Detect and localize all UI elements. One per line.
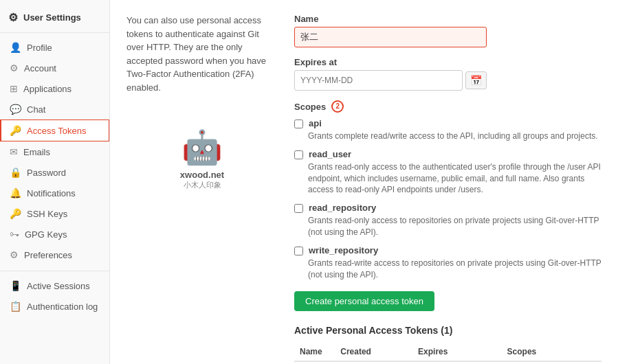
sidebar-item-label: Preferences xyxy=(24,250,72,260)
watermark-brand: xwood.net xyxy=(126,170,278,180)
sidebar-item-label: SSH Keys xyxy=(27,209,67,219)
scope-read-repo-name: read_repository xyxy=(309,203,376,213)
token-scopes-cell: api xyxy=(502,361,545,364)
scope-write-repo-desc: Grants read-write access to repositories… xyxy=(294,258,602,281)
left-description-area: You can also use personal access tokens … xyxy=(126,14,278,364)
active-tokens-section: Active Personal Access Tokens (1) Name C… xyxy=(294,325,602,364)
col-created: Created xyxy=(335,343,412,361)
sidebar-item-gpg-keys[interactable]: 🗝 GPG Keys xyxy=(0,224,109,244)
scope-write-repo-checkbox[interactable] xyxy=(294,247,303,255)
sidebar-item-password[interactable]: 🔒 Password xyxy=(0,162,109,183)
auth-log-icon: 📋 xyxy=(10,301,21,312)
robot-icon: 🤖 xyxy=(126,128,278,167)
sidebar-item-label: Profile xyxy=(27,43,52,53)
preferences-icon: ⚙ xyxy=(10,249,19,260)
scope-item-write-repository: write_repository Grants read-write acces… xyxy=(294,245,602,281)
sidebar-item-active-sessions[interactable]: 📱 Active Sessions xyxy=(0,275,109,296)
expires-label: Expires at xyxy=(294,57,602,67)
sidebar-item-chat[interactable]: 💬 Chat xyxy=(0,99,109,120)
main-content: You can also use personal access tokens … xyxy=(110,0,618,364)
sidebar-item-label: Access Tokens xyxy=(27,126,86,136)
sidebar-item-label: Notifications xyxy=(27,188,76,198)
scopes-section: Scopes 2 api Grants complete read/write … xyxy=(294,100,602,280)
sidebar-item-label: Chat xyxy=(27,104,45,115)
calendar-icon: 📅 xyxy=(465,71,487,89)
col-scopes: Scopes xyxy=(502,343,545,361)
chat-icon: 💬 xyxy=(10,104,21,115)
token-expires-cell: ████ ████████ xyxy=(412,361,502,364)
token-name-group: Name xyxy=(294,14,602,47)
notifications-icon: 🔔 xyxy=(10,187,21,198)
create-token-button[interactable]: Create personal access token xyxy=(294,291,434,311)
sidebar-item-ssh-keys[interactable]: 🔑 SSH Keys xyxy=(0,203,109,224)
token-name-label: Name xyxy=(294,14,602,24)
account-icon: ⚙ xyxy=(10,62,19,73)
scope-item-read-repository: read_repository Grants read-only access … xyxy=(294,203,602,238)
scope-read-user-name: read_user xyxy=(309,149,351,159)
scope-api-desc: Grants complete read/write access to the… xyxy=(294,130,602,142)
sidebar-item-account[interactable]: ⚙ Account xyxy=(0,58,109,78)
scopes-annotation: 2 xyxy=(331,100,344,113)
sidebar-item-label: Active Sessions xyxy=(27,281,90,291)
gpg-icon: 🗝 xyxy=(10,229,19,240)
scope-read-user-checkbox[interactable] xyxy=(294,150,303,159)
sidebar-title: User Settings xyxy=(23,12,81,23)
sessions-icon: 📱 xyxy=(10,280,21,291)
sidebar-item-emails[interactable]: ✉ Emails xyxy=(0,141,109,162)
profile-icon: 👤 xyxy=(10,42,21,53)
col-action xyxy=(545,343,602,361)
token-created-cell: ████ ██████ xyxy=(335,361,412,364)
form-area: Name Expires at 📅 Scopes 2 xyxy=(294,14,602,364)
access-tokens-icon: 🔑 xyxy=(10,125,21,136)
applications-icon: ⊞ xyxy=(10,83,18,94)
scope-api-name: api xyxy=(309,118,322,128)
col-expires: Expires xyxy=(412,343,502,361)
watermark-area: 🤖 xwood.net 小木人印象 xyxy=(126,115,278,204)
scope-read-repo-checkbox[interactable] xyxy=(294,204,303,213)
expires-input[interactable] xyxy=(294,70,463,91)
sidebar-item-applications[interactable]: ⊞ Applications xyxy=(0,78,109,99)
scopes-title: Scopes 2 xyxy=(294,100,602,113)
scope-item-api: api Grants complete read/write access to… xyxy=(294,118,602,142)
ssh-icon: 🔑 xyxy=(10,208,21,219)
col-name: Name xyxy=(294,343,335,361)
password-icon: 🔒 xyxy=(10,167,21,178)
section-description: You can also use personal access tokens … xyxy=(126,14,278,94)
emails-icon: ✉ xyxy=(10,146,18,157)
active-tokens-title: Active Personal Access Tokens (1) xyxy=(294,325,602,336)
sidebar-item-label: Authentication log xyxy=(27,302,98,312)
sidebar-item-notifications[interactable]: 🔔 Notifications xyxy=(0,183,109,203)
sidebar-item-access-tokens[interactable]: 🔑 Access Tokens xyxy=(0,120,109,141)
scope-api-checkbox[interactable] xyxy=(294,120,303,128)
scope-write-repo-name: write_repository xyxy=(309,245,378,255)
watermark-subtitle: 小木人印象 xyxy=(126,180,278,190)
sidebar-item-label: GPG Keys xyxy=(25,229,67,240)
scope-item-read-user: read_user Grants read-only access to the… xyxy=(294,149,602,196)
expires-input-group: 📅 xyxy=(294,70,487,91)
sidebar-item-profile[interactable]: 👤 Profile xyxy=(0,37,109,58)
sidebar-item-label: Password xyxy=(27,168,66,178)
settings-icon: ⚙ xyxy=(8,11,18,24)
sidebar-item-label: Account xyxy=(24,63,56,73)
scope-read-repo-desc: Grants read-only access to repositories … xyxy=(294,215,602,238)
token-action-cell: Revoke xyxy=(545,361,602,364)
sidebar-item-authentication-log[interactable]: 📋 Authentication log xyxy=(0,296,109,317)
sidebar-item-preferences[interactable]: ⚙ Preferences xyxy=(0,244,109,265)
expires-group: Expires at 📅 xyxy=(294,57,602,91)
sidebar-header: ⚙ User Settings xyxy=(0,5,109,33)
token-name-input[interactable] xyxy=(294,27,487,47)
sidebar: ⚙ User Settings 👤 Profile ⚙ Account ⊞ Ap… xyxy=(0,0,110,364)
sidebar-item-label: Emails xyxy=(23,147,50,157)
table-row: ████ ████ ██████ ████ ████████ api Revok… xyxy=(294,361,602,364)
token-name-cell: ████ xyxy=(294,361,335,364)
content-split: You can also use personal access tokens … xyxy=(126,14,602,364)
sidebar-item-label: Applications xyxy=(23,84,71,94)
scope-read-user-desc: Grants read-only access to the authentic… xyxy=(294,161,602,196)
tokens-table: Name Created Expires Scopes ████ ████ ██… xyxy=(294,343,602,364)
